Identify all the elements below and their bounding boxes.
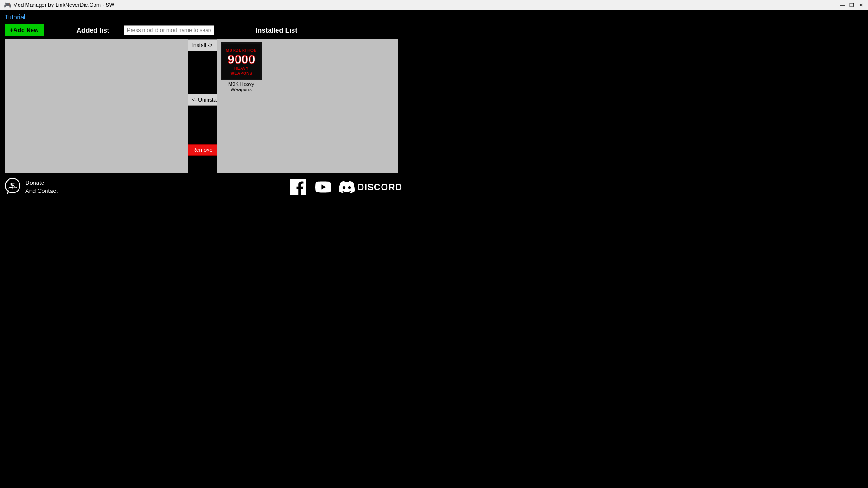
mod-item[interactable]: MURDERTHON 9000 HEAVY WEAPONS M9K Heavy … [220, 42, 263, 92]
top-controls: +Add New Added list Installed List [5, 24, 863, 36]
donate-icon: $ [5, 178, 21, 197]
mod-thumbnail: MURDERTHON 9000 HEAVY WEAPONS [221, 42, 262, 80]
social-links: DISCORD [288, 177, 402, 197]
middle-buttons: Install -><- UninstallRemove [188, 39, 217, 173]
donate-section[interactable]: $ Donate And Contact [5, 178, 58, 197]
footer: $ Donate And Contact [5, 177, 402, 197]
title-bar-left: 🎮 Mod Manager by LinkNeverDie.Com - SW [4, 1, 114, 9]
mod-name: M9K Heavy Weapons [220, 81, 263, 92]
installed-list-area: MURDERTHON 9000 HEAVY WEAPONS M9K Heavy … [217, 39, 398, 173]
tutorial-link[interactable]: Tutorial [5, 14, 25, 21]
svg-text:MURDERTHON: MURDERTHON [226, 47, 256, 52]
main-layout: Install -><- UninstallRemove MURDERTHON [5, 39, 402, 173]
restore-button[interactable]: ❐ [848, 1, 855, 9]
youtube-link[interactable] [313, 177, 333, 197]
svg-text:WEAPONS: WEAPONS [230, 71, 252, 75]
installed-list-panel: MURDERTHON 9000 HEAVY WEAPONS M9K Heavy … [217, 39, 398, 173]
close-button[interactable]: ✕ [857, 1, 864, 9]
added-list-area [5, 39, 188, 173]
search-input[interactable] [124, 25, 214, 35]
facebook-link[interactable] [288, 177, 308, 197]
app-icon: 🎮 [4, 1, 11, 9]
app-body: Tutorial +Add New Added list Installed L… [0, 10, 868, 201]
uninstall-button[interactable]: <- Uninstall [188, 94, 217, 106]
discord-text: DISCORD [358, 182, 402, 192]
install-button[interactable]: Install -> [188, 39, 217, 51]
added-list-panel [5, 39, 188, 173]
discord-link[interactable]: DISCORD [339, 179, 402, 195]
title-bar: 🎮 Mod Manager by LinkNeverDie.Com - SW —… [0, 0, 868, 10]
svg-text:HEAVY: HEAVY [234, 66, 248, 70]
added-list-heading: Added list [76, 26, 109, 34]
minimize-button[interactable]: — [839, 1, 846, 9]
window-title: Mod Manager by LinkNeverDie.Com - SW [13, 2, 114, 8]
svg-text:9000: 9000 [227, 52, 255, 66]
svg-text:$: $ [10, 181, 15, 190]
installed-list-heading: Installed List [256, 26, 297, 34]
remove-button[interactable]: Remove [188, 144, 217, 156]
add-new-button[interactable]: +Add New [5, 24, 44, 36]
donate-text: Donate And Contact [25, 179, 58, 195]
title-bar-controls: — ❐ ✕ [839, 1, 864, 9]
